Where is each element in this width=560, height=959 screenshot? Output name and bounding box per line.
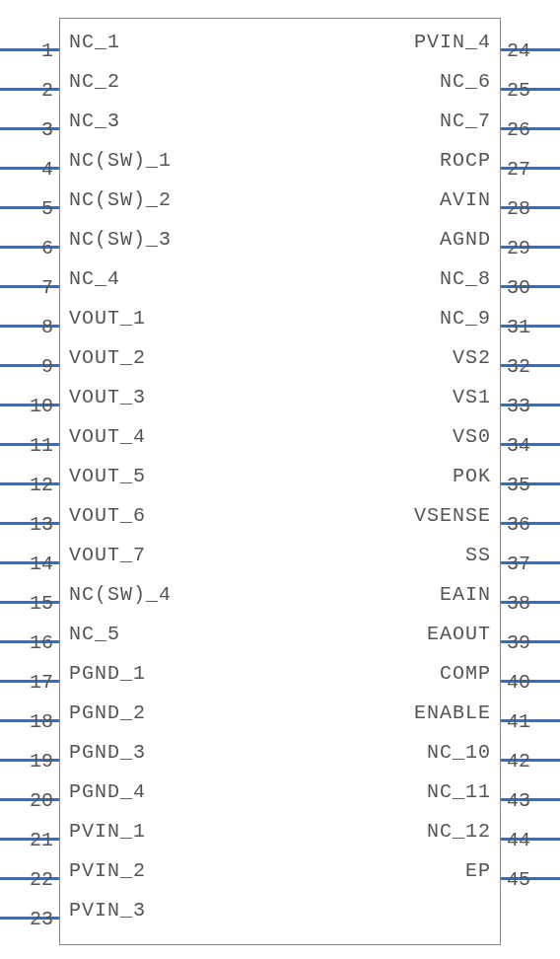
pin-lead: 6 <box>0 246 59 249</box>
pin-number: 14 <box>30 553 53 575</box>
pin-label: NC(SW)_2 <box>59 188 181 211</box>
pin-lead: 42 <box>501 759 560 762</box>
pin-45: 45EP <box>455 850 560 890</box>
pin-lead: 14 <box>0 561 59 564</box>
pin-number: 6 <box>41 237 53 259</box>
pin-number: 31 <box>507 316 530 338</box>
pin-number: 23 <box>30 908 53 930</box>
pin-number: 36 <box>507 513 530 536</box>
pin-label: NC_8 <box>430 267 501 290</box>
pin-label: VOUT_7 <box>59 544 156 566</box>
pin-number: 41 <box>507 710 530 733</box>
pin-number: 21 <box>30 829 53 851</box>
pin-number: 12 <box>30 474 53 496</box>
pin-label: VOUT_1 <box>59 307 156 330</box>
pin-12: 12VOUT_5 <box>0 456 156 495</box>
pin-lead: 37 <box>501 561 560 564</box>
pin-lead: 33 <box>501 404 560 406</box>
pin-14: 14VOUT_7 <box>0 535 156 574</box>
pin-label: VOUT_2 <box>59 346 156 369</box>
pin-number: 17 <box>30 671 53 694</box>
pin-25: 25NC_6 <box>430 61 560 101</box>
pin-15: 15NC(SW)_4 <box>0 574 181 614</box>
pin-lead: 12 <box>0 482 59 485</box>
pin-lead: 43 <box>501 798 560 801</box>
pin-lead: 31 <box>501 325 560 328</box>
pin-11: 11VOUT_4 <box>0 416 156 456</box>
pin-number: 38 <box>507 592 530 615</box>
pin-label: PGND_1 <box>59 662 156 685</box>
pin-number: 18 <box>30 710 53 733</box>
pin-8: 8VOUT_1 <box>0 298 156 337</box>
pin-label: NC_3 <box>59 110 130 132</box>
pin-number: 22 <box>30 868 53 891</box>
pin-lead: 11 <box>0 443 59 446</box>
pin-13: 13VOUT_6 <box>0 495 156 535</box>
pin-lead: 34 <box>501 443 560 446</box>
pin-lead: 25 <box>501 88 560 91</box>
pin-label: ENABLE <box>404 701 501 724</box>
pin-1: 1NC_1 <box>0 22 130 61</box>
pin-19: 19PGND_3 <box>0 732 156 772</box>
pin-number: 15 <box>30 592 53 615</box>
pin-23: 23PVIN_3 <box>0 890 156 929</box>
pin-lead: 22 <box>0 877 59 880</box>
pin-lead: 4 <box>0 167 59 170</box>
pin-lead: 45 <box>501 877 560 880</box>
pin-label: NC_1 <box>59 31 130 53</box>
pin-16: 16NC_5 <box>0 614 130 653</box>
pin-lead: 39 <box>501 640 560 643</box>
pin-label: PVIN_3 <box>59 899 156 922</box>
pin-lead: 36 <box>501 522 560 525</box>
pin-number: 43 <box>507 789 530 812</box>
pin-lead: 23 <box>0 917 59 920</box>
pin-lead: 2 <box>0 88 59 91</box>
pin-39: 39EAOUT <box>417 614 560 653</box>
pin-38: 38EAIN <box>430 574 560 614</box>
pin-label: EAOUT <box>417 623 501 645</box>
pin-lead: 27 <box>501 167 560 170</box>
pin-label: VSENSE <box>404 504 501 527</box>
pin-label: VOUT_5 <box>59 465 156 487</box>
pin-number: 7 <box>41 276 53 299</box>
pin-26: 26NC_7 <box>430 101 560 140</box>
pin-label: NC(SW)_1 <box>59 149 181 172</box>
pin-number: 34 <box>507 434 530 457</box>
pin-number: 32 <box>507 355 530 378</box>
pin-label: VOUT_3 <box>59 386 156 408</box>
pin-lead: 15 <box>0 601 59 604</box>
pin-21: 21PVIN_1 <box>0 811 156 850</box>
pin-lead: 7 <box>0 285 59 288</box>
pin-number: 19 <box>30 750 53 773</box>
pin-lead: 35 <box>501 482 560 485</box>
pin-lead: 10 <box>0 404 59 406</box>
pin-label: AGND <box>430 228 501 251</box>
pin-29: 29AGND <box>430 219 560 258</box>
pin-lead: 16 <box>0 640 59 643</box>
pin-lead: 28 <box>501 206 560 209</box>
pin-lead: 17 <box>0 680 59 683</box>
pin-number: 20 <box>30 789 53 812</box>
pin-number: 25 <box>507 79 530 102</box>
pin-label: PGND_3 <box>59 741 156 764</box>
pin-label: AVIN <box>430 188 501 211</box>
pin-label: ROCP <box>430 149 501 172</box>
pin-43: 43NC_11 <box>417 772 560 811</box>
pin-2: 2NC_2 <box>0 61 130 101</box>
pin-7: 7NC_4 <box>0 258 130 298</box>
pin-32: 32VS2 <box>443 337 560 377</box>
pin-40: 40COMP <box>430 653 560 693</box>
pin-label: NC_10 <box>417 741 501 764</box>
pin-number: 28 <box>507 197 530 220</box>
pin-number: 9 <box>41 355 53 378</box>
pin-28: 28AVIN <box>430 180 560 219</box>
pin-number: 35 <box>507 474 530 496</box>
pin-number: 29 <box>507 237 530 259</box>
pin-42: 42NC_10 <box>417 732 560 772</box>
pin-5: 5NC(SW)_2 <box>0 180 181 219</box>
pin-number: 37 <box>507 553 530 575</box>
pin-label: NC_6 <box>430 70 501 93</box>
pin-20: 20PGND_4 <box>0 772 156 811</box>
pin-label: NC(SW)_3 <box>59 228 181 251</box>
pin-label: NC(SW)_4 <box>59 583 181 606</box>
